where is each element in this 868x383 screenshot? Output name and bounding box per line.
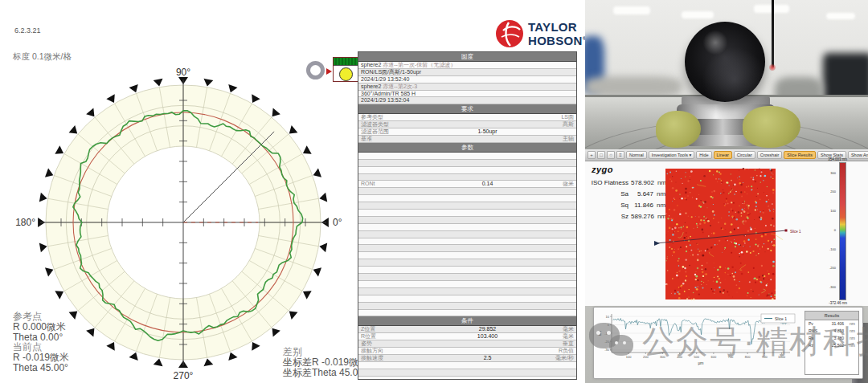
toolbar-button-linear[interactable]: Linear: [714, 151, 732, 159]
polar-arrowhead: [272, 328, 280, 337]
polar-arrowhead: [319, 243, 327, 253]
table-row: [358, 167, 576, 174]
polar-arrowhead: [129, 352, 137, 361]
table-row: RON/LS圆/高斯/1-50upr: [358, 69, 576, 76]
toolbar-icon[interactable]: ○: [607, 151, 615, 159]
table-row: 2024/1/29 13:52:40: [358, 76, 576, 84]
profile-legend-label: Slice 1: [775, 316, 787, 321]
table-row: [358, 259, 576, 267]
probe-position-indicator[interactable]: [333, 57, 358, 82]
svg-text:1000: 1000: [778, 355, 786, 359]
arrow-right-icon: [326, 68, 332, 75]
table-section-header: 要求: [358, 104, 576, 114]
table-row: [358, 377, 576, 380]
table-row: [358, 303, 576, 310]
table-row: [358, 188, 576, 195]
table-row: [358, 310, 576, 317]
table-row: R位置103.400毫米: [358, 333, 576, 340]
polar-arrowhead: [154, 358, 163, 366]
toolbar-button-normal[interactable]: Normal: [626, 151, 647, 159]
toolbar-button-circular[interactable]: Circular: [734, 151, 755, 159]
colorbar-tick: -200: [829, 266, 836, 270]
flatness-surface-map[interactable]: Slice 1: [653, 165, 826, 304]
lab-photo: +□○≡NormalInvestigation Tools ▾HideLinea…: [585, 0, 868, 383]
current-point-theta: Theta 45.00°: [13, 363, 69, 373]
svg-text:600: 600: [711, 355, 717, 359]
table-row: [358, 267, 576, 274]
slice-profile-plot[interactable]: 100-10-20-301002003004005006007008009001…: [596, 309, 801, 377]
table-row: sphere2 赤道--第一次-保留（无滤波）: [358, 62, 576, 69]
svg-text:200: 200: [643, 355, 649, 359]
slice-results-box: Results Pv31.406nmRMS4.813nmRa3.780nmRz2…: [805, 311, 859, 375]
table-row: Z位置29.852毫米: [358, 326, 576, 333]
svg-text:0: 0: [608, 323, 610, 327]
taylor-hobson-logo: TAYLOR HOBSON®: [495, 19, 586, 48]
table-row: [358, 245, 576, 252]
polar-arrowhead: [55, 145, 63, 153]
svg-text:800: 800: [745, 355, 751, 359]
table-row: 滤波器范围1-50upr: [358, 128, 576, 136]
component-ring-icon[interactable]: [306, 61, 325, 79]
table-row: [358, 224, 576, 231]
polar-arrowhead: [204, 358, 214, 366]
taylor-hobson-logo-icon: [495, 19, 524, 48]
table-row: sphere2 赤道--第2次-3: [358, 84, 576, 91]
svg-text:10: 10: [606, 315, 610, 319]
polar-arrowhead: [39, 193, 47, 202]
reference-point-readout: 参考点 R 0.000微米 Theta 0.00°: [13, 312, 66, 343]
probe-tip: [769, 64, 776, 71]
toolbar-button-investigation-tools-[interactable]: Investigation Tools ▾: [649, 151, 694, 159]
colorbar-tick: 300: [830, 170, 836, 174]
table-row: 参考类型LS圆: [358, 114, 576, 121]
table-row: 接触速度2.5毫米/秒: [358, 355, 576, 362]
probe-position-dot-icon: [339, 67, 353, 81]
polar-label-270: 270°: [174, 370, 194, 381]
toolbar-button-show-analysis[interactable]: Show Analysis: [848, 151, 868, 159]
colorbar-tick: 100: [830, 209, 836, 213]
table-row: [358, 252, 576, 259]
table-row: [358, 160, 576, 167]
results-header: Results: [805, 312, 858, 320]
toolbar-button-slice-results[interactable]: Slice Results: [784, 151, 816, 159]
toolbar-icon[interactable]: +: [588, 151, 596, 159]
table-row: [358, 369, 576, 377]
table-section-header: 条件: [358, 316, 576, 326]
ceiling-light: [682, 11, 714, 18]
table-row: 接触方向R负值: [358, 348, 576, 355]
colorbar-tick: 0: [834, 227, 836, 231]
polar-arrowhead: [228, 352, 237, 361]
toolbar-icon[interactable]: ≡: [616, 151, 624, 159]
zygo-surface-view: zygo ISO Flatness578.902nmSa5.647nmSq11.…: [585, 161, 868, 306]
polar-arrowhead: [303, 291, 312, 299]
table-row: 2024/1/29 13:52:04: [358, 97, 576, 104]
probe-stylus: [772, 0, 774, 67]
stat-row: Sq11.846nm: [587, 200, 664, 211]
brand-line1: TAYLOR: [528, 22, 586, 33]
table-row: [358, 288, 576, 295]
stat-row: ISO Flatness578.902nm: [587, 177, 664, 189]
table-row: [358, 195, 576, 202]
polar-arrowhead: [319, 193, 327, 202]
polar-label-180: 180°: [15, 217, 35, 228]
toolbar-button-crosshair[interactable]: Crosshair: [757, 151, 783, 159]
colorbar-ticks: 3002001000-100-200-300: [817, 162, 837, 300]
table-row: 360°/Admin/TR 585 H: [358, 91, 576, 98]
height-colorbar: [839, 162, 846, 300]
polar-arrowhead: [154, 79, 163, 87]
table-row: 基准主轴: [358, 136, 576, 143]
profile-xlabel: µm: [698, 361, 703, 365]
result-row: Pv31.406nm: [805, 320, 858, 328]
taylor-hobson-logo-text: TAYLOR HOBSON®: [528, 22, 586, 47]
colorbar-tick: 200: [830, 189, 836, 194]
toolbar-button-hide[interactable]: Hide: [696, 151, 711, 159]
stat-row: Sz589.276nm: [587, 211, 664, 222]
polar-arrowhead: [45, 267, 53, 276]
table-row: 滤波器类型高斯: [358, 121, 576, 128]
table-row: 姿势垂直: [358, 340, 576, 348]
toolbar-icon[interactable]: □: [597, 151, 605, 159]
svg-text:-30: -30: [604, 348, 610, 352]
svg-text:400: 400: [677, 355, 682, 359]
polar-arrowhead: [289, 125, 298, 133]
colorbar-tick: -100: [829, 247, 836, 251]
slice-start-marker: [654, 241, 660, 246]
